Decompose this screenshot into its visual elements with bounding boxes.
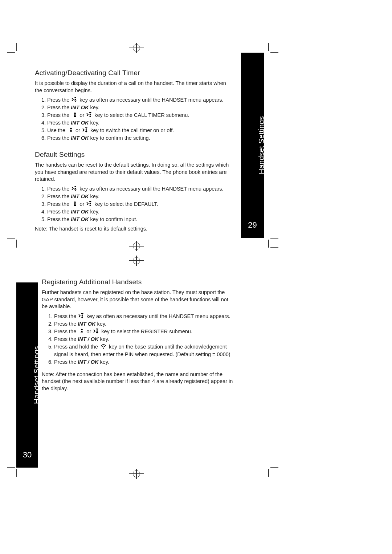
crop-mark (16, 469, 17, 477)
step-list: Press the key as often as necessary unti… (35, 185, 231, 223)
step: Press the INT / OK key. (54, 335, 234, 343)
page-content: Activating/Deactivating Call Timer It is… (35, 69, 231, 235)
down-key-icon (86, 200, 93, 207)
crop-mark (7, 238, 15, 239)
page-number: 30 (16, 450, 38, 460)
crop-mark (270, 247, 278, 248)
step: Press the key as often as necessary unti… (47, 185, 231, 193)
step: Press the INT OK key. (47, 119, 231, 127)
step: Press the INT / OK key. (54, 358, 234, 366)
heading-register-handsets: Registering Additional Handsets (42, 278, 234, 286)
registration-mark (129, 257, 144, 264)
step: Press the INT OK key to confirm input. (47, 216, 231, 223)
paragraph: It is possible to display the duration o… (35, 80, 231, 94)
paragraph: The handsets can be reset to the default… (35, 162, 231, 183)
crop-mark (268, 240, 269, 248)
step: Press the or key to select the REGISTER … (54, 328, 234, 335)
step: Press the INT OK key. (47, 104, 231, 111)
section-tab: Handset Settings 29 (241, 53, 264, 238)
step: Press the INT OK key to confirm the sett… (47, 134, 231, 142)
crop-mark (7, 467, 15, 468)
step-list: Press the key as often as necessary unti… (35, 96, 231, 142)
note-text: Note: The handset is reset to its defaul… (35, 225, 231, 233)
int-ok-key: INT OK (71, 194, 89, 199)
step-list: Press the key as often as necessary unti… (42, 313, 234, 366)
down-key-icon (71, 185, 78, 192)
down-key-icon (71, 96, 78, 103)
crop-mark (268, 43, 269, 51)
crop-mark (270, 467, 278, 468)
crop-mark (270, 238, 278, 239)
manual-page-30: Handset Settings 30 Registering Addition… (0, 277, 392, 554)
step: Use the or key to switch the call timer … (47, 127, 231, 134)
up-key-icon (67, 127, 74, 133)
registration-mark (129, 243, 144, 250)
crop-mark (7, 52, 15, 53)
up-key-icon (78, 328, 85, 334)
step: Press the INT OK key. (47, 193, 231, 200)
int-ok-key: INT OK (71, 216, 89, 222)
heading-call-timer: Activating/Deactivating Call Timer (35, 69, 231, 77)
int-ok-key: INT OK (71, 120, 89, 126)
crop-mark (16, 240, 17, 248)
int-ok-key: INT OK (78, 321, 95, 327)
step: Press the key as often as necessary unti… (47, 96, 231, 104)
paragraph: Further handsets can be registered on th… (42, 289, 234, 310)
crop-mark (268, 469, 269, 477)
section-tab-label: Handset Settings (32, 346, 41, 404)
manual-page-29: Handset Settings 29 Activating/Deactivat… (0, 0, 392, 277)
up-key-icon (71, 111, 78, 118)
signal-key-icon (99, 343, 107, 350)
registration-mark (129, 470, 144, 477)
down-key-icon (78, 313, 85, 319)
down-key-icon (93, 328, 100, 334)
down-key-icon (82, 127, 89, 133)
step: Press the INT OK key. (47, 208, 231, 216)
int-slash-ok-key: INT / OK (78, 359, 98, 365)
int-slash-ok-key: INT / OK (78, 336, 98, 342)
step: Press the INT OK key. (54, 320, 234, 328)
step: Press and hold the key on the base stati… (54, 343, 234, 358)
registration-mark (129, 44, 144, 52)
crop-mark (16, 43, 17, 51)
heading-default-settings: Default Settings (35, 151, 231, 159)
step: Press the or key to select the CALL TIME… (47, 111, 231, 119)
note-text: Note: After the connection has been esta… (42, 371, 234, 392)
page-number: 29 (241, 220, 264, 230)
section-tab-label: Handset Settings (257, 116, 266, 174)
int-ok-key: INT OK (71, 209, 89, 215)
int-ok-key: INT OK (71, 135, 89, 141)
page-content: Registering Additional Handsets Further … (42, 278, 234, 394)
up-key-icon (71, 200, 78, 207)
int-ok-key: INT OK (71, 105, 89, 110)
step: Press the or key to select the DEFAULT. (47, 200, 231, 208)
down-key-icon (86, 111, 93, 118)
section-tab: Handset Settings 30 (16, 282, 38, 468)
step: Press the key as often as necessary unti… (54, 313, 234, 320)
crop-mark (270, 52, 278, 53)
